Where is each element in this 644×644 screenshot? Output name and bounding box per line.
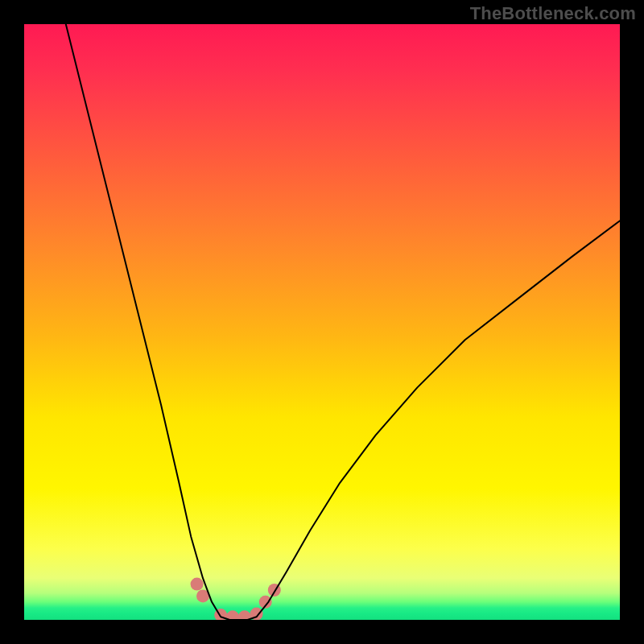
- trough-marker: [226, 610, 239, 620]
- bottleneck-curve: [66, 24, 620, 620]
- curve-layer: [66, 24, 620, 620]
- watermark-text: TheBottleneck.com: [470, 3, 636, 24]
- plot-area: [24, 24, 620, 620]
- chart-svg: [24, 24, 620, 620]
- marker-layer: [191, 578, 281, 620]
- trough-marker: [191, 578, 204, 591]
- chart-frame: TheBottleneck.com: [0, 0, 644, 644]
- trough-marker: [238, 610, 251, 620]
